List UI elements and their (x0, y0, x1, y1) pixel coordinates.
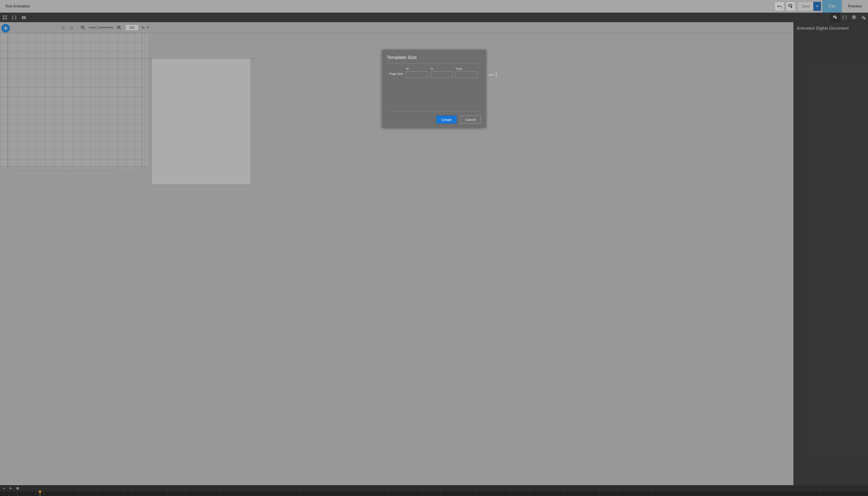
height-label: H (431, 67, 452, 71)
template-size-dialog: Template Size Page Size W H (382, 50, 486, 128)
width-field-group: W (406, 67, 428, 78)
dialog-title: Template Size (387, 55, 481, 60)
modal-overlay[interactable]: Template Size Page Size W H (0, 0, 868, 496)
time-input[interactable] (456, 72, 495, 78)
time-spinner (456, 72, 477, 78)
height-spinner (431, 72, 452, 78)
time-field-group: Time (456, 67, 477, 78)
height-field-group: H (431, 67, 452, 78)
width-label: W (406, 67, 428, 71)
time-step-up[interactable] (495, 72, 497, 75)
page-size-label: Page Size (387, 72, 403, 78)
time-step-down[interactable] (495, 75, 497, 78)
dialog-actions: Create Cancel (387, 115, 481, 124)
create-button[interactable]: Create (436, 115, 457, 124)
time-spinner-buttons (495, 72, 497, 78)
cancel-button[interactable]: Cancel (460, 115, 481, 124)
dialog-fields-row: Page Size W H (387, 67, 481, 78)
caret-up-icon (495, 73, 497, 74)
width-spinner (406, 72, 428, 78)
caret-down-icon (495, 76, 497, 77)
time-label: Time (456, 67, 477, 71)
